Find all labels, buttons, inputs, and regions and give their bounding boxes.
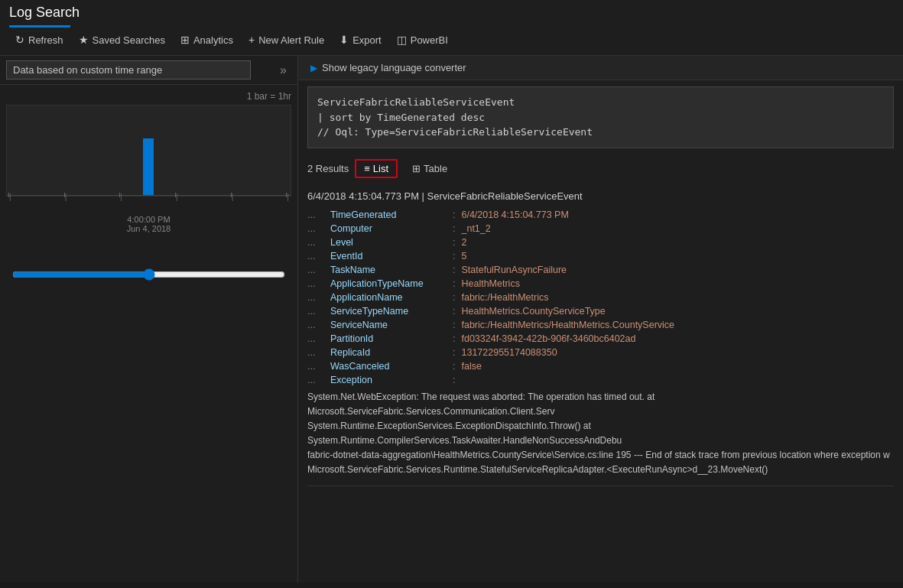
toolbar: ↻ Refresh ★ Saved Searches ⊞ Analytics +… — [9, 28, 894, 52]
chart-container: | | | | | | — [6, 105, 291, 197]
expand-icon[interactable]: ... — [307, 223, 330, 234]
expand-icon[interactable]: ... — [307, 347, 330, 358]
field-row-eventid: ... EventId : 5 — [307, 249, 894, 263]
powerbi-button[interactable]: ◫ PowerBI — [391, 31, 454, 49]
expand-icon[interactable]: ... — [307, 237, 330, 248]
results-count: 2 Results — [307, 163, 349, 174]
time-range-select[interactable]: Data based on custom time range — [6, 60, 251, 80]
field-row-replicaid: ... ReplicaId : 131722955174088350 — [307, 346, 894, 359]
field-key-timegen: TimeGenerated — [330, 210, 453, 220]
list-view-label: List — [373, 163, 388, 174]
query-line-1: ServiceFabricReliableServiceEvent — [317, 95, 884, 110]
exception-text-block: System.Net.WebException: The request was… — [307, 387, 894, 478]
field-value-partitionid: fd03324f-3942-422b-906f-3460bc6402ad — [461, 333, 894, 344]
field-key-eventid: EventId — [330, 251, 453, 262]
field-key-replicaid: ReplicaId — [330, 347, 453, 358]
powerbi-label: PowerBI — [411, 34, 448, 46]
header: Log Search ↻ Refresh ★ Saved Searches ⊞ … — [0, 0, 903, 56]
saved-searches-label: Saved Searches — [93, 34, 165, 46]
table-row: 6/4/2018 4:15:04.773 PM | ServiceFabricR… — [307, 183, 894, 486]
table-view-button[interactable]: ⊞ Table — [404, 160, 456, 177]
field-row-appname: ... ApplicationName : fabric:/HealthMetr… — [307, 291, 894, 304]
chart-time: 4:00:00 PM — [6, 215, 291, 224]
field-key-exception: Exception — [330, 375, 453, 385]
field-value-timegen: 6/4/2018 4:15:04.773 PM — [461, 210, 894, 220]
collapse-button[interactable]: » — [275, 62, 291, 79]
chevron-right-icon: ▶ — [310, 63, 317, 73]
list-icon: ≡ — [364, 163, 370, 174]
chart-ticks: | | | | | | — [7, 193, 291, 197]
plus-icon: + — [248, 34, 255, 46]
field-row-exception: ... Exception : — [307, 373, 894, 387]
left-panel-header: Data based on custom time range » — [0, 56, 297, 85]
exception-line-4: Microsoft.ServiceFabric.Services.Runtime… — [307, 463, 894, 477]
chart-label: 1 bar = 1hr — [6, 91, 291, 102]
field-row-servicetypename: ... ServiceTypeName : HealthMetrics.Coun… — [307, 304, 894, 318]
new-alert-label: New Alert Rule — [258, 34, 324, 46]
table-icon: ⊞ — [412, 163, 421, 174]
field-row-timegen: ... TimeGenerated : 6/4/2018 4:15:04.773… — [307, 208, 894, 222]
field-key-servicename: ServiceName — [330, 320, 453, 330]
field-row-wascanceled: ... WasCanceled : false — [307, 359, 894, 373]
expand-icon[interactable]: ... — [307, 210, 330, 220]
download-icon: ⬇ — [339, 34, 349, 46]
field-value-servicetypename: HealthMetrics.CountyServiceType — [461, 306, 894, 317]
field-row-apptypename: ... ApplicationTypeName : HealthMetrics — [307, 277, 894, 291]
field-value-wascanceled: false — [461, 361, 894, 372]
field-value-replicaid: 131722955174088350 — [461, 347, 894, 358]
analytics-button[interactable]: ⊞ Analytics — [174, 31, 239, 49]
list-view-button[interactable]: ≡ List — [355, 159, 398, 178]
field-row-servicename: ... ServiceName : fabric:/HealthMetrics/… — [307, 318, 894, 332]
result-title: 6/4/2018 4:15:04.773 PM | ServiceFabricR… — [307, 190, 894, 202]
field-row-computer: ... Computer : _nt1_2 — [307, 222, 894, 236]
left-panel: Data based on custom time range » 1 bar … — [0, 56, 298, 583]
app-title: Log Search — [9, 5, 894, 21]
exception-line-2: System.Runtime.ExceptionServices.Excepti… — [307, 419, 894, 448]
expand-icon[interactable]: ... — [307, 375, 330, 385]
field-value-taskname: StatefulRunAsyncFailure — [461, 265, 894, 275]
expand-icon[interactable]: ... — [307, 251, 330, 262]
new-alert-button[interactable]: + New Alert Rule — [242, 31, 330, 49]
field-key-apptypename: ApplicationTypeName — [330, 278, 453, 289]
field-row-partitionid: ... PartitionId : fd03324f-3942-422b-906… — [307, 332, 894, 346]
expand-icon[interactable]: ... — [307, 265, 330, 275]
refresh-label: Refresh — [28, 34, 63, 46]
field-value-apptypename: HealthMetrics — [461, 278, 894, 289]
expand-icon[interactable]: ... — [307, 278, 330, 289]
field-value-servicename: fabric:/HealthMetrics/HealthMetrics.Coun… — [461, 320, 894, 330]
export-button[interactable]: ⬇ Export — [333, 31, 388, 49]
time-range-slider[interactable] — [12, 268, 285, 281]
field-key-wascanceled: WasCanceled — [330, 361, 453, 372]
exception-line-1: System.Net.WebException: The request was… — [307, 390, 894, 419]
right-panel: ▶ Show legacy language converter Service… — [298, 56, 903, 583]
field-value-appname: fabric:/HealthMetrics — [461, 292, 894, 303]
expand-icon[interactable]: ... — [307, 306, 330, 317]
results-header: 2 Results ≡ List ⊞ Table — [298, 154, 903, 183]
main-layout: Data based on custom time range » 1 bar … — [0, 56, 903, 583]
field-key-taskname: TaskName — [330, 265, 453, 275]
table-view-label: Table — [424, 163, 447, 174]
query-line-3: // Oql: Type=ServiceFabricReliableServic… — [317, 125, 884, 140]
refresh-icon: ↻ — [15, 34, 24, 46]
expand-icon[interactable]: ... — [307, 333, 330, 344]
powerbi-icon: ◫ — [397, 34, 407, 46]
field-value-computer: _nt1_2 — [461, 223, 894, 234]
chart-area: 1 bar = 1hr | | | | | | — [0, 85, 297, 583]
legacy-banner[interactable]: ▶ Show legacy language converter — [298, 56, 903, 80]
field-row-taskname: ... TaskName : StatefulRunAsyncFailure — [307, 263, 894, 277]
query-line-2: | sort by TimeGenerated desc — [317, 110, 884, 125]
expand-icon[interactable]: ... — [307, 361, 330, 372]
field-key-servicetypename: ServiceTypeName — [330, 306, 453, 317]
saved-searches-button[interactable]: ★ Saved Searches — [73, 31, 171, 49]
export-label: Export — [352, 34, 382, 46]
field-key-appname: ApplicationName — [330, 292, 453, 303]
query-box[interactable]: ServiceFabricReliableServiceEvent | sort… — [307, 86, 894, 148]
exception-line-3: fabric-dotnet-data-aggregation\HealthMet… — [307, 448, 894, 463]
expand-icon[interactable]: ... — [307, 320, 330, 330]
refresh-button[interactable]: ↻ Refresh — [9, 31, 70, 49]
field-value-level: 2 — [461, 237, 894, 248]
field-value-eventid: 5 — [461, 251, 894, 262]
legacy-converter-text[interactable]: Show legacy language converter — [322, 62, 466, 73]
expand-icon[interactable]: ... — [307, 292, 330, 303]
title-text: Log Search — [9, 5, 80, 21]
